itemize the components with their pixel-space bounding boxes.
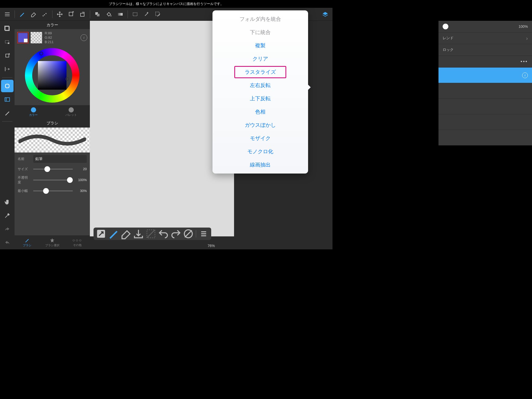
frame-tool-icon[interactable] (1, 22, 14, 35)
svg-line-26 (147, 230, 155, 238)
rgb-readout: R:89 G:82 B:211 (45, 31, 54, 44)
color-panel-toggle-icon[interactable] (1, 80, 14, 92)
svg-rect-11 (118, 13, 123, 16)
smudge-tool-icon[interactable] (39, 9, 51, 20)
context-menu-item: フォルダ内を統合 (212, 12, 308, 26)
layers-panel-icon[interactable] (320, 9, 331, 20)
reference-panel-icon[interactable] (1, 93, 14, 106)
foreground-swatch[interactable] (17, 32, 29, 43)
svg-point-4 (44, 14, 45, 15)
svg-rect-17 (8, 43, 9, 44)
context-menu-item[interactable]: 複製 (212, 39, 308, 52)
brush-tool-icon[interactable] (16, 9, 28, 20)
select-pen-icon[interactable] (152, 9, 164, 20)
rotate-tool-icon[interactable] (1, 49, 14, 62)
magic-wand-icon[interactable] (141, 9, 152, 20)
tab-palette[interactable]: パレット (52, 105, 90, 119)
context-menu-item[interactable]: 左右反転 (212, 79, 308, 92)
eyedropper-tool-icon[interactable] (1, 209, 14, 222)
context-menu-item[interactable]: 色相 (212, 105, 308, 118)
left-panel: カラー R:89 G:82 B:211 i カラー パレット ブラシ (15, 21, 90, 249)
brush-minwidth-value: 30% (75, 189, 87, 193)
brush-minwidth-slider[interactable] (33, 188, 73, 194)
float-brush-icon[interactable] (108, 229, 119, 239)
context-menu-item: 下に統合 (212, 26, 308, 39)
gradient-tool-icon[interactable] (115, 9, 126, 20)
zoom-level: 76% (208, 244, 215, 248)
brush-opacity-slider[interactable] (33, 177, 73, 183)
menu-icon[interactable] (2, 9, 13, 20)
brush-minwidth-label: 最小幅 (18, 189, 31, 193)
svg-rect-21 (5, 84, 9, 88)
tooltip-bar: ブラシツールは、様々なブラシによりキャンバスに描画を行うツールです。 (0, 0, 332, 8)
tab-brush-more[interactable]: ○○○その他 (65, 235, 90, 249)
float-menu-icon[interactable] (198, 229, 210, 239)
svg-point-5 (45, 13, 46, 14)
brush-opacity-value: 100% (75, 178, 87, 182)
svg-point-10 (110, 15, 111, 16)
brush-size-value: 20 (75, 167, 87, 171)
shape-tool-icon[interactable] (92, 9, 103, 20)
float-undo-icon[interactable] (157, 229, 169, 239)
ruler-tool-icon[interactable] (1, 63, 14, 75)
context-menu-item[interactable]: モノクロ化 (212, 145, 308, 158)
float-save-icon[interactable] (132, 229, 144, 239)
brush-size-label: サイズ (18, 167, 31, 171)
tab-brush-select[interactable]: ブラシ選択 (40, 235, 65, 249)
selection-tool-icon[interactable] (129, 9, 141, 20)
context-menu-item[interactable]: クリア (212, 52, 308, 65)
svg-rect-22 (5, 98, 10, 101)
lasso-select-icon[interactable] (1, 36, 14, 48)
tab-brush[interactable]: ブラシ (15, 235, 40, 249)
brush-panel-toggle-icon[interactable] (1, 107, 14, 119)
svg-rect-18 (6, 54, 9, 57)
tab-color[interactable]: カラー (15, 105, 52, 119)
crop-tool-icon[interactable] (77, 9, 88, 20)
eraser-tool-icon[interactable] (28, 9, 39, 20)
color-wheel[interactable] (25, 48, 79, 103)
background-swatch[interactable] (31, 32, 42, 43)
svg-rect-9 (97, 14, 99, 16)
svg-rect-6 (69, 12, 73, 16)
svg-rect-7 (81, 13, 84, 16)
brush-size-slider[interactable] (33, 167, 73, 172)
floating-toolbar (94, 228, 211, 240)
undo-icon[interactable] (1, 236, 14, 249)
context-menu-item[interactable]: ガウスぼかし (212, 118, 308, 132)
transform-tool-icon[interactable] (65, 9, 77, 20)
color-panel-title: カラー (15, 21, 90, 29)
redo-icon[interactable] (1, 223, 14, 235)
float-no-rotate-icon[interactable] (182, 229, 194, 239)
left-rail (0, 21, 15, 249)
float-deselect-icon[interactable] (145, 229, 157, 239)
context-menu-item[interactable]: モザイク (212, 132, 308, 145)
bucket-tool-icon[interactable] (103, 9, 115, 20)
hand-tool-icon[interactable] (1, 196, 14, 208)
move-tool-icon[interactable] (54, 9, 65, 20)
float-eraser-icon[interactable] (120, 229, 132, 239)
brush-preview[interactable] (15, 128, 90, 152)
layer-context-menu: フォルダ内を統合下に統合複製クリアラスタライズ左右反転上下反転色相ガウスぼかしモ… (212, 10, 308, 174)
context-menu-item[interactable]: ラスタライズ (212, 65, 308, 79)
svg-rect-12 (133, 13, 137, 16)
context-menu-item[interactable]: 上下反転 (212, 92, 308, 105)
brush-opacity-label: 不透明度 (18, 175, 31, 185)
svg-point-3 (43, 15, 44, 16)
float-redo-icon[interactable] (170, 229, 182, 239)
brush-panel-title: ブラシ (15, 119, 90, 128)
color-info-icon[interactable]: i (81, 34, 87, 41)
brush-name-input[interactable] (33, 155, 87, 163)
brush-name-label: 名前 (18, 157, 31, 161)
context-menu-item[interactable]: 線画抽出 (212, 158, 308, 171)
fullscreen-icon[interactable] (95, 229, 107, 239)
svg-line-28 (185, 230, 192, 237)
